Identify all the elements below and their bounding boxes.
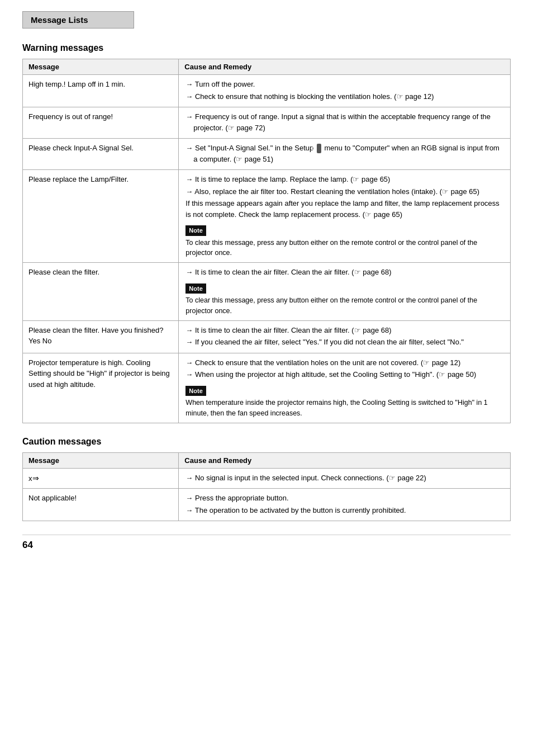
caution-section: Caution messages Message Cause and Remed… <box>22 437 511 522</box>
page-title-box: Message Lists <box>22 11 134 29</box>
page-title: Message Lists <box>31 15 88 25</box>
warning-heading: Warning messages <box>22 43 511 53</box>
message-cell: x⇒ <box>23 468 179 489</box>
note-label: Note <box>185 386 206 396</box>
remedy-arrow: → Turn off the power. <box>185 79 505 90</box>
note-label: Note <box>185 225 206 236</box>
note-label: Note <box>185 284 206 294</box>
remedy-arrow: → Press the appropriate button. <box>185 493 505 504</box>
remedy-arrow: → Check to ensure that the ventilation h… <box>185 357 505 368</box>
table-row: Frequency is out of range!→ Frequency is… <box>23 107 511 139</box>
table-row: Please check Input-A Signal Sel.→ Set "I… <box>23 139 511 170</box>
table-row: Please replace the Lamp/Filter.→ It is t… <box>23 170 511 263</box>
remedy-cell: → Check to ensure that the ventilation h… <box>179 353 511 423</box>
table-row: x⇒→ No signal is input in the selected i… <box>23 468 511 489</box>
remedy-arrow: → The operation to be activated by the b… <box>185 505 505 516</box>
warning-col1-header: Message <box>23 59 179 75</box>
caution-table: Message Cause and Remedy x⇒→ No signal i… <box>22 452 511 522</box>
remedy-cell: → It is time to clean the air filter. Cl… <box>179 320 511 353</box>
table-row: Please clean the filter.→ It is time to … <box>23 263 511 321</box>
message-cell: High temp.! Lamp off in 1 min. <box>23 75 179 107</box>
remedy-text: If this message appears again after you … <box>185 198 505 220</box>
note-block: NoteTo clear this message, press any but… <box>185 280 505 316</box>
warning-col2-header: Cause and Remedy <box>179 59 511 75</box>
remedy-arrow: → No signal is input in the selected inp… <box>185 472 505 484</box>
remedy-arrow: → Also, replace the air filter too. Rest… <box>185 186 505 197</box>
remedy-cell: → Press the appropriate button.→ The ope… <box>179 489 511 521</box>
remedy-arrow: → Set "Input-A Signal Sel." in the Setup… <box>185 143 505 164</box>
remedy-cell: → Set "Input-A Signal Sel." in the Setup… <box>179 139 511 170</box>
message-cell: Not applicable! <box>23 489 179 521</box>
message-cell: Please replace the Lamp/Filter. <box>23 170 179 263</box>
message-cell: Please check Input-A Signal Sel. <box>23 139 179 170</box>
warning-section: Warning messages Message Cause and Remed… <box>22 43 511 423</box>
caution-col1-header: Message <box>23 452 179 468</box>
message-cell: Projector temperature is high. Cooling S… <box>23 353 179 423</box>
remedy-cell: → Turn off the power.→ Check to ensure t… <box>179 75 511 107</box>
table-row: Projector temperature is high. Cooling S… <box>23 353 511 423</box>
remedy-arrow: → It is time to replace the lamp. Replac… <box>185 174 505 185</box>
table-row: Not applicable!→ Press the appropriate b… <box>23 489 511 521</box>
remedy-cell: → Frequency is out of range. Input a sig… <box>179 107 511 139</box>
table-row: Please clean the filter. Have you finish… <box>23 320 511 353</box>
note-block: NoteWhen temperature inside the projecto… <box>185 382 505 419</box>
caution-heading: Caution messages <box>22 437 511 447</box>
symbol-x: x⇒ <box>28 474 39 483</box>
remedy-arrow: → If you cleaned the air filter, select … <box>185 337 505 348</box>
note-block: NoteTo clear this message, press any but… <box>185 222 505 258</box>
remedy-cell: → It is time to clean the air filter. Cl… <box>179 263 511 321</box>
remedy-arrow: → It is time to clean the air filter. Cl… <box>185 267 505 278</box>
remedy-cell: → No signal is input in the selected inp… <box>179 468 511 489</box>
remedy-cell: → It is time to replace the lamp. Replac… <box>179 170 511 263</box>
remedy-arrow: → When using the projector at high altit… <box>185 369 505 380</box>
remedy-arrow: → Check to ensure that nothing is blocki… <box>185 91 505 102</box>
message-cell: Please clean the filter. <box>23 263 179 321</box>
message-cell: Please clean the filter. Have you finish… <box>23 320 179 353</box>
note-text: To clear this message, press any button … <box>185 238 505 259</box>
note-text: To clear this message, press any button … <box>185 295 505 316</box>
remedy-arrow: → It is time to clean the air filter. Cl… <box>185 325 505 336</box>
note-text: When temperature inside the projector re… <box>185 398 505 419</box>
page-number: 64 <box>22 535 511 551</box>
warning-table: Message Cause and Remedy High temp.! Lam… <box>22 59 511 423</box>
caution-col2-header: Cause and Remedy <box>179 452 511 468</box>
table-row: High temp.! Lamp off in 1 min.→ Turn off… <box>23 75 511 107</box>
message-cell: Frequency is out of range! <box>23 107 179 139</box>
remedy-arrow: → Frequency is out of range. Input a sig… <box>185 111 505 133</box>
